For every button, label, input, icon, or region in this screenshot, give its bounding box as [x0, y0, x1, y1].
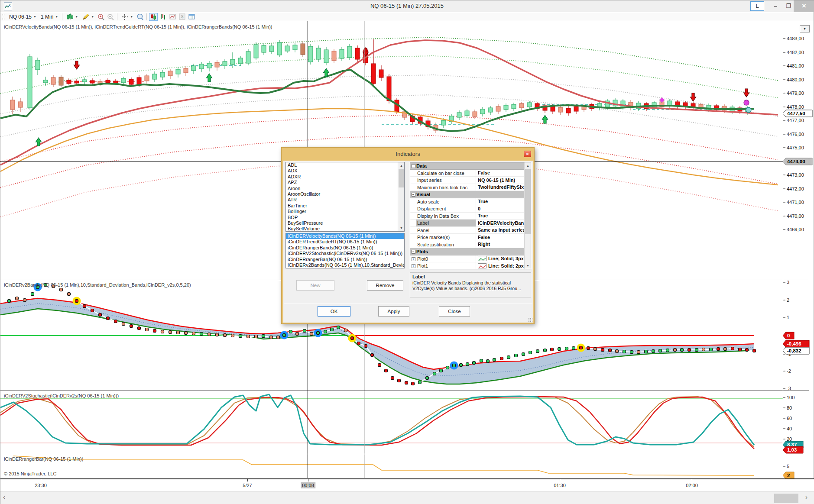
scroll-down-icon[interactable]: ▼	[525, 262, 531, 269]
indicator-list-item[interactable]: AroonOscillator	[286, 191, 404, 197]
collapse-icon[interactable]: −	[412, 193, 415, 197]
bars-type-button[interactable]: ▼	[64, 13, 80, 21]
list-scrollbar[interactable]: ▲ ▼	[398, 162, 404, 231]
zoom-in-button[interactable]	[97, 13, 105, 21]
property-row[interactable]: Input seriesNQ 06-15 (1 Min)	[410, 177, 525, 184]
configured-indicator-item[interactable]: iCinDERV2Stochastic(iCinDERv2s(NQ 06-15 …	[286, 251, 404, 256]
resize-grip[interactable]	[528, 317, 532, 322]
property-label[interactable]: Panel	[416, 227, 476, 234]
property-row[interactable]: Maximum bars look bacTwoHundredFiftySix	[410, 184, 525, 191]
cursor-button[interactable]: ▼	[119, 13, 135, 21]
scroll-left-icon[interactable]: ‹	[3, 493, 5, 501]
grid-scrollbar[interactable]: ▲ ▼	[524, 162, 531, 269]
property-value[interactable]: TwoHundredFiftySix	[476, 184, 525, 191]
scroll-up-icon[interactable]: ▲	[398, 162, 405, 169]
zoom-out-button[interactable]	[106, 13, 115, 21]
property-value[interactable]: iCinDERVelocityBands	[476, 220, 525, 226]
property-label[interactable]: Scale justification	[416, 241, 476, 248]
property-row[interactable]: Auto scaleTrue	[410, 198, 525, 206]
indicator-list-item[interactable]: BOP	[286, 215, 404, 220]
scrollbar-thumb[interactable]	[774, 494, 798, 503]
indicator-list-item[interactable]: BuySellVolume	[286, 226, 404, 232]
property-value[interactable]: True	[476, 198, 525, 205]
panel-dropdown-button[interactable]: ▼	[800, 25, 810, 32]
collapse-icon[interactable]: −	[412, 250, 415, 254]
dialog-close-button[interactable]: ✕	[524, 151, 531, 157]
scroll-down-icon[interactable]: ▼	[398, 225, 405, 231]
property-row[interactable]: Displacement0	[410, 205, 525, 213]
configured-indicator-item[interactable]: iCinDERVelocityBands(NQ 06-15 (1 Min))	[286, 233, 404, 239]
maximize-button[interactable]: ❐	[783, 0, 794, 12]
scrollbar-thumb[interactable]	[399, 169, 404, 187]
chart-style-line-button[interactable]	[168, 13, 177, 21]
property-value[interactable]: True	[476, 213, 525, 220]
configured-indicators-list[interactable]: iCinDERVelocityBands(NQ 06-15 (1 Min))iC…	[285, 233, 405, 268]
property-label[interactable]: Calculate on bar close	[416, 170, 476, 177]
indicator-list-item[interactable]: Aroon	[286, 186, 404, 191]
property-value[interactable]: False	[476, 170, 525, 177]
property-value[interactable]: NQ 06-15 (1 Min)	[476, 177, 525, 184]
minimize-button[interactable]: –	[770, 0, 781, 12]
ok-button[interactable]: OK	[318, 306, 350, 317]
scrollbar-thumb[interactable]	[525, 169, 531, 234]
indicator-list-item[interactable]: ADL	[286, 162, 404, 168]
property-label[interactable]: Auto scale	[416, 198, 476, 205]
property-row[interactable]: Price marker(s)False	[410, 234, 525, 241]
property-label[interactable]: Price marker(s)	[416, 234, 476, 241]
price-marker-button[interactable]: $	[178, 13, 186, 21]
data-box-button[interactable]	[136, 13, 144, 21]
indicator-list-item[interactable]: Bollinger	[286, 209, 404, 214]
property-row[interactable]: LabeliCinDERVelocityBands	[410, 220, 525, 227]
data-grid-button[interactable]	[187, 13, 196, 21]
expand-icon[interactable]: +	[412, 257, 415, 261]
indicator-list-item[interactable]: BuySellPressure	[286, 220, 404, 226]
configured-indicator-item[interactable]: iCinDERrangerBands(NQ 06-15 (1 Min))	[286, 245, 404, 251]
configured-indicator-item[interactable]: iCinDERTrendGuideRT(NQ 06-15 (1 Min))	[286, 239, 404, 245]
draw-button[interactable]: ▼	[80, 13, 96, 21]
indicator-list-item[interactable]: ADXR	[286, 174, 404, 180]
property-section-row[interactable]: −Plots	[410, 248, 525, 255]
property-row[interactable]: +Plot0Line; Solid; 3px	[410, 255, 525, 263]
dialog-close-action-button[interactable]: Close	[439, 306, 470, 317]
property-label[interactable]: Input series	[416, 177, 476, 184]
property-label[interactable]: Maximum bars look bac	[416, 184, 476, 191]
indicator-list-item[interactable]: BarTimer	[286, 203, 404, 209]
property-value[interactable]: False	[476, 234, 525, 241]
instrument-selector[interactable]: NQ 06-15▼	[7, 13, 39, 21]
property-value[interactable]: Line; Solid; 3px	[476, 255, 525, 262]
property-label[interactable]: Plot0	[416, 255, 476, 262]
property-section-row[interactable]: −Data	[410, 162, 525, 170]
scroll-up-icon[interactable]: ▲	[525, 162, 531, 169]
property-row[interactable]: +Plot1Line; Solid; 2px	[410, 262, 525, 269]
property-row[interactable]: PanelSame as input series	[410, 227, 525, 234]
interval-selector[interactable]: 1 Min▼	[39, 13, 60, 21]
property-label[interactable]: Display in Data Box	[416, 213, 476, 220]
chart-style-bars-button[interactable]	[159, 13, 167, 21]
indicator-list-item[interactable]: ADX	[286, 168, 404, 174]
indicator-list-item[interactable]: APZ	[286, 180, 404, 185]
property-label[interactable]: Label	[416, 220, 476, 226]
configured-indicator-item[interactable]: iCinDERv2Bands(NQ 06-15 (1 Min),10,Stand…	[286, 262, 404, 268]
expand-icon[interactable]: +	[412, 264, 415, 268]
property-value[interactable]: Right	[476, 241, 525, 248]
property-label[interactable]: Plot1	[416, 262, 476, 269]
time-axis[interactable]: 23:305/2700:0801:3002:00	[0, 478, 814, 491]
close-button[interactable]: ✕	[794, 0, 814, 12]
apply-button[interactable]: Apply	[378, 306, 409, 317]
property-row[interactable]: Display in Data BoxTrue	[410, 213, 525, 220]
property-row[interactable]: Scale justificationRight	[410, 241, 525, 249]
property-value[interactable]: 0	[476, 205, 525, 212]
indicator-list-item[interactable]: ATR	[286, 197, 404, 203]
property-value[interactable]: Same as input series	[476, 227, 525, 234]
property-section-row[interactable]: −Visual	[410, 191, 525, 198]
property-row[interactable]: Calculate on bar closeFalse	[410, 170, 525, 177]
new-button[interactable]: New	[296, 280, 334, 291]
link-button[interactable]: L	[750, 1, 764, 11]
horizontal-scrollbar[interactable]: ‹ ›	[0, 491, 814, 504]
collapse-icon[interactable]: −	[412, 164, 415, 168]
remove-button[interactable]: Remove	[367, 280, 403, 291]
available-indicators-list[interactable]: ADLADXADXRAPZAroonAroonOscillatorATRBarT…	[285, 162, 405, 232]
scroll-right-icon[interactable]: ›	[805, 493, 808, 501]
configured-indicator-item[interactable]: iCinDERrangerBar(NQ 06-15 (1 Min))	[286, 257, 404, 262]
chart-style-candle-button[interactable]	[149, 13, 158, 21]
